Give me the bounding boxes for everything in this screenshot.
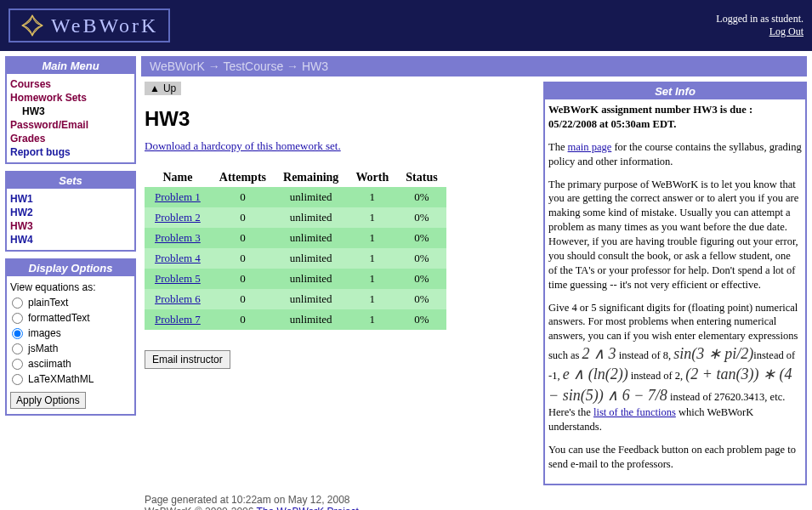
menu-item-password-email[interactable]: Password/Email [10,118,131,132]
breadcrumb-part[interactable]: WeBWorK [150,60,205,73]
display-option-latexmathml[interactable]: LaTeXMathML [10,371,131,387]
sets-panel: Sets HW1HW2HW3HW4 [5,171,136,252]
info-para: The primary purpose of WeBWorK is to let… [548,178,802,292]
info-para: Give 4 or 5 significant digits for (floa… [548,301,802,434]
left-sidebar: Main Menu CoursesHomework SetsHW3Passwor… [5,56,136,510]
display-radio-asciimath[interactable] [12,359,23,370]
display-options-header: Display Options [7,260,134,276]
table-cell: unlimited [275,207,347,228]
display-options-label: View equations as: [10,280,131,295]
table-row: Problem 70unlimited10% [145,309,446,330]
display-radio-images[interactable] [12,328,23,339]
display-radio-jsmath[interactable] [12,343,23,354]
problem-link[interactable]: Problem 6 [155,292,201,305]
display-option-formattedtext[interactable]: formattedText [10,310,131,326]
menu-item-grades[interactable]: Grades [10,132,131,145]
info-para: You can use the Feedback button on each … [548,443,802,472]
table-cell: 0% [397,187,446,207]
up-button[interactable]: ▲ Up [145,82,181,95]
display-option-images[interactable]: images [10,326,131,341]
menu-item-hw3[interactable]: HW3 [10,105,131,118]
problem-link[interactable]: Problem 2 [155,211,201,224]
table-cell: 1 [347,228,397,248]
set-link-hw1[interactable]: HW1 [10,192,131,206]
table-cell: unlimited [275,187,347,207]
logo[interactable]: WeBWorK [9,8,170,42]
apply-options-button[interactable]: Apply Options [10,392,86,409]
webwork-project-link[interactable]: The WeBWorK Project [257,506,359,510]
logout-link[interactable]: Log Out [769,26,803,37]
table-row: Problem 50unlimited10% [145,269,446,289]
table-cell: 1 [347,207,397,228]
table-cell: unlimited [275,228,347,248]
set-info-panel: Set Info WeBWorK assignment number HW3 i… [543,82,807,485]
table-row: Problem 10unlimited10% [145,187,446,207]
problem-link[interactable]: Problem 4 [155,252,201,264]
set-link-hw3[interactable]: HW3 [10,219,131,233]
menu-item-report-bugs[interactable]: Report bugs [10,145,131,159]
table-cell: 1 [347,248,397,269]
set-link-hw2[interactable]: HW2 [10,206,131,219]
up-arrow-icon: ▲ [150,82,160,94]
page-title: HW3 [145,107,533,131]
main-content: ▲ Up HW3 Download a hardcopy of this hom… [141,82,537,485]
display-radio-formattedtext[interactable] [12,313,23,324]
table-cell: 0 [211,248,275,269]
display-radio-latexmathml[interactable] [12,374,23,385]
table-cell: 1 [347,187,397,207]
table-header: Worth [347,168,397,187]
table-cell: 0 [211,228,275,248]
download-hardcopy-link[interactable]: Download a hardcopy of this homework set… [145,139,341,152]
table-row: Problem 40unlimited10% [145,248,446,269]
problem-link[interactable]: Problem 7 [155,313,201,326]
table-cell: 1 [347,269,397,289]
breadcrumb-part[interactable]: TestCourse [223,60,283,73]
table-header: Attempts [211,168,275,187]
set-info-header: Set Info [544,82,806,99]
table-cell: 0 [211,269,275,289]
set-link-hw4[interactable]: HW4 [10,233,131,246]
math-expression: 2 ∧ 3 [582,345,616,362]
table-cell: 0% [397,309,446,330]
problem-link[interactable]: Problem 3 [155,231,201,244]
problem-link[interactable]: Problem 1 [155,190,201,203]
table-header: Remaining [275,168,347,187]
table-cell: 1 [347,289,397,309]
display-option-plaintext[interactable]: plainText [10,295,131,310]
table-cell: 0% [397,207,446,228]
footer: Page generated at 10:22am on May 12, 200… [141,485,807,510]
table-cell: 0% [397,269,446,289]
problem-link[interactable]: Problem 5 [155,272,201,285]
table-cell: 0% [397,228,446,248]
table-cell: 0 [211,187,275,207]
display-options-panel: Display Options View equations as: plain… [5,258,136,416]
table-cell: unlimited [275,309,347,330]
table-cell: unlimited [275,248,347,269]
table-row: Problem 20unlimited10% [145,207,446,228]
display-option-asciimath[interactable]: asciimath [10,356,131,371]
menu-item-courses[interactable]: Courses [10,77,131,91]
math-expression: sin(3 ∗ pi/2) [673,345,753,362]
problem-table: NameAttemptsRemainingWorthStatus Problem… [145,168,446,330]
main-menu-panel: Main Menu CoursesHomework SetsHW3Passwor… [5,56,136,164]
main-menu-header: Main Menu [7,58,134,74]
logo-text: WeBWorK [51,14,158,37]
breadcrumb: WeBWorK → TestCourse → HW3 [141,56,807,76]
menu-item-homework-sets[interactable]: Homework Sets [10,91,131,105]
login-info: Logged in as student. Log Out [716,13,803,38]
table-cell: 0 [211,309,275,330]
table-cell: 0 [211,207,275,228]
footer-generated: Page generated at 10:22am on May 12, 200… [145,494,807,506]
functions-list-link[interactable]: list of the functions [593,406,676,418]
email-instructor-button[interactable]: Email instructor [145,350,230,369]
table-row: Problem 60unlimited10% [145,289,446,309]
top-bar: WeBWorK Logged in as student. Log Out [0,0,812,51]
table-cell: 0% [397,289,446,309]
main-page-link[interactable]: main page [568,141,612,153]
display-radio-plaintext[interactable] [12,298,23,309]
info-para: The main page for the course contains th… [548,140,802,169]
display-option-jsmath[interactable]: jsMath [10,341,131,356]
table-row: Problem 30unlimited10% [145,228,446,248]
table-cell: unlimited [275,269,347,289]
logo-star-icon [20,14,44,37]
